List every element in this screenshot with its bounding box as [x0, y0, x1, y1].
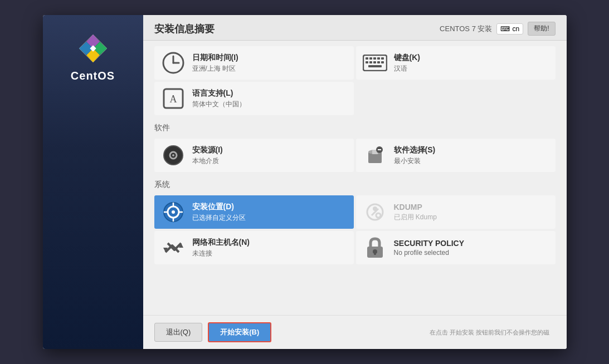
network-text: 网络和主机名(N) 未连接: [192, 238, 250, 258]
start-install-button[interactable]: 开始安装(B): [208, 322, 271, 342]
kdump-title: KDUMP: [394, 203, 437, 211]
item-security[interactable]: SECURITY POLICY No profile selected: [356, 231, 556, 264]
item-network[interactable]: 网络和主机名(N) 未连接: [154, 231, 354, 264]
item-language[interactable]: A 语言支持(L) 简体中文（中国）: [154, 82, 354, 115]
lang-badge: ⌨ cn: [496, 23, 523, 35]
svg-text:A: A: [169, 94, 177, 105]
window: CentOS 安装信息摘要 CENTOS 7 安装 ⌨ cn 帮助!: [43, 15, 567, 349]
keyboard-item-icon: [363, 51, 387, 75]
security-text: SECURITY POLICY No profile selected: [394, 239, 465, 257]
install-dest-icon: [161, 200, 186, 224]
sidebar: CentOS: [43, 15, 143, 349]
datetime-icon: [161, 51, 186, 75]
install-dest-subtitle: 已选择自定义分区: [192, 213, 246, 223]
svg-rect-13: [377, 57, 380, 60]
svg-point-37: [376, 213, 381, 218]
svg-rect-11: [369, 57, 372, 60]
install-source-text: 安装源(I) 本地介质: [192, 145, 223, 166]
kdump-text: KDUMP 已启用 Kdump: [394, 203, 437, 222]
centos-logo-icon: [76, 32, 110, 65]
outer-container: CentOS 安装信息摘要 CENTOS 7 安装 ⌨ cn 帮助!: [0, 0, 609, 364]
datetime-text: 日期和时间(I) 亚洲/上海 时区: [192, 53, 238, 73]
item-install-source[interactable]: 安装源(I) 本地介质: [154, 139, 354, 172]
item-install-dest[interactable]: 安装位置(D) 已选择自定义分区: [154, 195, 354, 229]
software-select-icon: [363, 143, 387, 168]
security-subtitle: No profile selected: [394, 249, 465, 257]
security-title: SECURITY POLICY: [394, 239, 465, 248]
header: 安装信息摘要 CENTOS 7 安装 ⌨ cn 帮助!: [143, 15, 567, 41]
kdump-subtitle: 已启用 Kdump: [394, 213, 437, 222]
network-subtitle: 未连接: [192, 249, 250, 258]
main-content: 安装信息摘要 CENTOS 7 安装 ⌨ cn 帮助!: [143, 15, 567, 349]
install-source-title: 安装源(I): [192, 145, 223, 155]
svg-rect-14: [381, 57, 384, 60]
svg-rect-19: [381, 61, 384, 63]
kdump-icon: [363, 200, 387, 224]
svg-rect-18: [377, 61, 380, 63]
content-area: 日期和时间(I) 亚洲/上海 时区: [143, 41, 567, 315]
datetime-subtitle: 亚洲/上海 时区: [192, 64, 238, 73]
install-source-subtitle: 本地介质: [192, 156, 223, 166]
svg-rect-16: [369, 61, 372, 63]
svg-rect-15: [366, 61, 368, 63]
software-section-label: 软件: [154, 123, 556, 134]
language-title: 语言支持(L): [192, 88, 246, 99]
centos-brand-text: CentOS: [71, 70, 115, 82]
language-icon: A: [161, 86, 186, 111]
language-text: 语言支持(L) 简体中文（中国）: [192, 88, 246, 109]
security-icon: [363, 235, 387, 260]
footer: 退出(Q) 开始安装(B) 在点击 开始安装 按钮前我们不会操作您的磁: [143, 315, 567, 349]
install-dest-title: 安装位置(D): [192, 202, 246, 212]
svg-rect-17: [373, 61, 376, 63]
help-button[interactable]: 帮助!: [528, 22, 555, 36]
quit-button[interactable]: 退出(Q): [154, 323, 203, 342]
centos-logo: CentOS: [71, 32, 115, 82]
item-kdump[interactable]: KDUMP 已启用 Kdump: [356, 195, 556, 229]
page-title: 安装信息摘要: [154, 22, 215, 36]
item-software-select[interactable]: 软件选择(S) 最小安装: [356, 139, 556, 172]
software-select-title: 软件选择(S): [394, 145, 436, 155]
network-icon: [161, 235, 186, 260]
footer-note: 在点击 开始安装 按钮前我们不会操作您的磁: [277, 328, 555, 337]
system-section-label: 系统: [154, 180, 556, 191]
software-select-text: 软件选择(S) 最小安装: [394, 145, 436, 166]
language-subtitle: 简体中文（中国）: [192, 100, 246, 109]
header-right: CENTOS 7 安装 ⌨ cn 帮助!: [440, 22, 555, 36]
svg-point-25: [172, 154, 174, 156]
keyboard-text: 键盘(K) 汉语: [394, 53, 420, 73]
svg-rect-12: [373, 57, 376, 60]
keyboard-title: 键盘(K): [394, 53, 420, 63]
svg-point-33: [172, 210, 175, 214]
software-select-subtitle: 最小安装: [394, 156, 436, 166]
install-dest-text: 安装位置(D) 已选择自定义分区: [192, 202, 246, 223]
svg-rect-10: [366, 57, 368, 60]
item-keyboard[interactable]: 键盘(K) 汉语: [356, 46, 556, 80]
lang-label: cn: [512, 25, 519, 33]
datetime-title: 日期和时间(I): [192, 53, 238, 63]
item-datetime[interactable]: 日期和时间(I) 亚洲/上海 时区: [154, 46, 354, 80]
svg-rect-20: [368, 65, 382, 67]
keyboard-icon: ⌨: [500, 25, 510, 33]
svg-rect-42: [374, 252, 376, 255]
keyboard-subtitle: 汉语: [394, 64, 420, 73]
install-source-icon: [161, 143, 186, 168]
network-title: 网络和主机名(N): [192, 238, 250, 248]
window-title-label: CENTOS 7 安装: [440, 24, 492, 34]
